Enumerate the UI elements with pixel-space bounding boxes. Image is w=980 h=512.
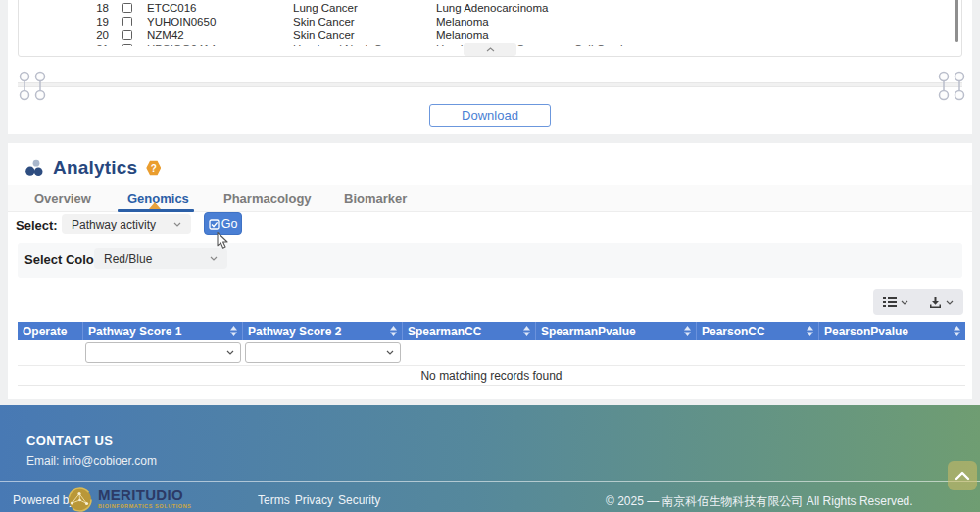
color-select-value: Red/Blue	[104, 252, 152, 266]
pathway-select-value: Pathway activity	[72, 218, 156, 231]
table-toolbar	[873, 289, 963, 315]
cell-subtype: Melanoma	[436, 28, 489, 42]
cell-subtype: Melanoma	[436, 15, 489, 28]
table-row: 20 NZM42 Skin Cancer Melanoma	[19, 28, 961, 42]
link-security[interactable]: Security	[338, 493, 380, 507]
chevron-down-icon	[901, 300, 908, 305]
row-number: 19	[74, 15, 109, 28]
scroll-top-button[interactable]	[948, 461, 977, 490]
table-row: 19 YUHOIN0650 Skin Cancer Melanoma	[19, 15, 961, 28]
column-header-pearsonpvalue[interactable]: PearsonPvalue	[819, 322, 965, 340]
sort-icon	[954, 326, 960, 336]
row-checkbox[interactable]	[122, 3, 132, 13]
empty-table-message: No matching records found	[18, 366, 965, 386]
footer-links: Terms Privacy Security	[258, 493, 380, 507]
column-header-spearmanpvalue[interactable]: SpearmanPvalue	[536, 322, 697, 340]
sort-icon	[230, 326, 237, 336]
analytics-cluster-icon	[25, 159, 44, 177]
analytics-title: Analytics	[53, 157, 137, 179]
column-header-operate[interactable]: Operate	[18, 322, 83, 340]
tab-overview[interactable]: Overview	[34, 191, 91, 206]
cell-name: ETCC016	[147, 1, 197, 15]
table-vertical-scrollbar[interactable]	[956, 0, 958, 42]
top-panel: 18 ETCC016 Lung Cancer Lung Adenocarcino…	[8, 0, 972, 134]
slider-handle[interactable]	[33, 71, 47, 101]
chevron-down-icon	[173, 222, 181, 227]
powered-by-label: Powered by	[13, 493, 74, 507]
row-checkbox[interactable]	[122, 30, 132, 40]
results-table: Operate Pathway Score 1 Pathway Score 2 …	[18, 322, 965, 386]
chevron-down-icon	[210, 256, 218, 261]
cell-cancer-type: Skin Cancer	[293, 28, 355, 42]
row-number: 21	[74, 42, 109, 46]
chevron-down-icon	[946, 300, 954, 305]
row-checkbox[interactable]	[122, 17, 132, 26]
sort-icon	[390, 326, 397, 336]
row-number: 20	[74, 28, 109, 42]
row-checkbox[interactable]	[122, 44, 132, 46]
pathway-select[interactable]: Pathway activity	[62, 214, 191, 234]
footer: CONTACT US Email: info@cobioer.com Power…	[0, 405, 980, 512]
analytics-section: Analytics ? Overview Genomics Pharmacolo…	[8, 143, 972, 399]
download-icon	[929, 296, 942, 309]
chevron-down-icon	[226, 350, 234, 355]
sort-icon	[684, 326, 691, 336]
row-number: 18	[74, 1, 109, 15]
active-tab-underline	[118, 209, 194, 212]
slider-handle[interactable]	[953, 71, 966, 101]
slider-handle[interactable]	[18, 71, 31, 101]
cell-cancer-type: Lung Cancer	[293, 1, 358, 15]
cell-cancer-type: Head and Neck Cancer	[293, 42, 411, 46]
export-button[interactable]	[918, 289, 963, 315]
download-button-label: Download	[462, 108, 518, 123]
select-label: Select:	[16, 218, 58, 232]
slider-handle[interactable]	[937, 71, 951, 101]
cell-subtype: Lung Adenocarcinoma	[436, 1, 548, 15]
sort-icon	[523, 326, 530, 336]
color-select-label: Select Color:	[24, 252, 103, 267]
column-header-spearmancc[interactable]: SpearmanCC	[403, 322, 536, 340]
help-icon[interactable]: ?	[146, 160, 161, 176]
range-slider-track[interactable]	[18, 82, 962, 87]
chevron-up-icon	[486, 47, 495, 52]
active-tab-marker-icon	[149, 202, 161, 209]
color-select[interactable]: Red/Blue	[94, 248, 227, 269]
brand-block: MERITUDIO BIOINFORMATICS SOLUTIONS	[98, 487, 192, 510]
analytics-header: Analytics ?	[25, 157, 161, 179]
tab-pharmacology[interactable]: Pharmacology	[223, 191, 312, 206]
brand-subtitle: BIOINFORMATICS SOLUTIONS	[98, 504, 192, 510]
chevron-down-icon	[386, 350, 394, 355]
cell-name: HPSIOG0414	[147, 42, 216, 46]
results-table-filter-row	[18, 340, 965, 366]
footer-divider	[0, 481, 980, 482]
link-privacy[interactable]: Privacy	[295, 493, 333, 507]
brand-name: MERITUDIO	[98, 487, 192, 502]
columns-toggle-button[interactable]	[873, 289, 918, 315]
analytics-tabbar: Overview Genomics Pharmacology Biomarker	[8, 185, 972, 212]
check-square-icon	[209, 219, 220, 230]
go-button[interactable]: Go	[204, 212, 242, 235]
link-terms[interactable]: Terms	[258, 493, 290, 507]
cell-name: YUHOIN0650	[147, 15, 216, 28]
sort-icon	[807, 326, 813, 336]
column-header-pathway-score-2[interactable]: Pathway Score 2	[243, 322, 403, 340]
download-button[interactable]: Download	[429, 104, 551, 127]
cell-name: NZM42	[147, 28, 184, 42]
contact-heading: CONTACT US	[26, 434, 113, 448]
column-header-pathway-score-1[interactable]: Pathway Score 1	[83, 322, 243, 340]
collapse-button[interactable]	[464, 43, 516, 56]
tab-biomarker[interactable]: Biomarker	[344, 191, 407, 206]
columns-icon	[883, 296, 897, 308]
pathway-score-2-filter-select[interactable]	[245, 342, 401, 363]
copyright-text: © 2025 — 南京科佰生物科技有限公司 All Rights Reserve…	[606, 493, 913, 510]
pathway-score-1-filter-select[interactable]	[85, 342, 241, 363]
contact-email: Email: info@cobioer.com	[26, 454, 157, 468]
results-table-header: Operate Pathway Score 1 Pathway Score 2 …	[18, 322, 965, 340]
chevron-up-icon	[955, 471, 970, 481]
cell-cancer-type: Skin Cancer	[293, 15, 355, 28]
table-row: 18 ETCC016 Lung Cancer Lung Adenocarcino…	[19, 1, 961, 15]
meritudio-logo-icon	[67, 486, 93, 512]
column-header-pearsoncc[interactable]: PearsonCC	[697, 322, 819, 340]
go-button-label: Go	[221, 217, 238, 230]
cell-line-table: 18 ETCC016 Lung Cancer Lung Adenocarcino…	[18, 0, 962, 57]
